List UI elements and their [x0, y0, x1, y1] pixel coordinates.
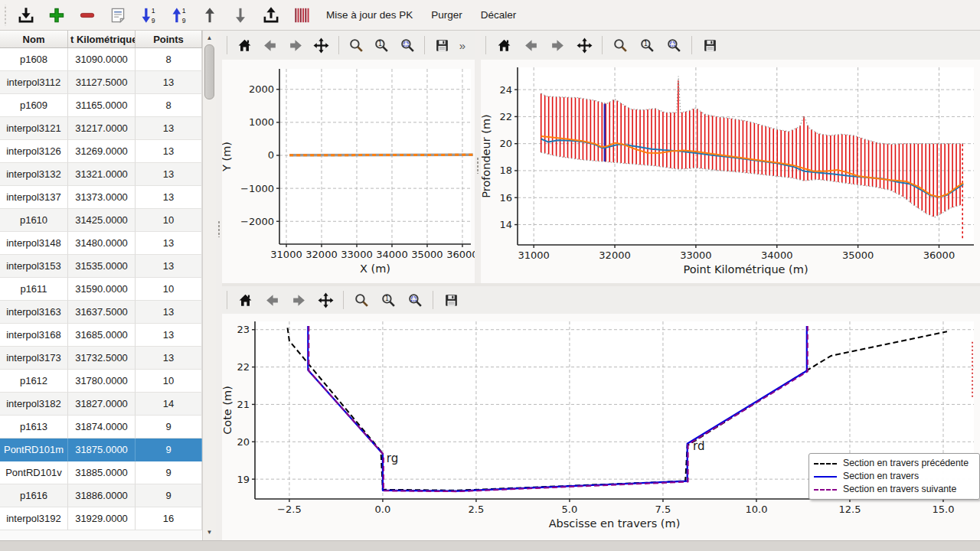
scroll-up-arrow-icon[interactable]: ▲: [203, 32, 216, 43]
home-button[interactable]: [236, 290, 254, 310]
row-points: 8: [136, 94, 202, 117]
pan-button[interactable]: [316, 290, 335, 310]
edit-note-button[interactable]: [104, 2, 132, 28]
table-row[interactable]: p161631886.00009: [0, 484, 202, 507]
home-button[interactable]: [495, 35, 513, 55]
row-name: interpol3153: [0, 255, 68, 278]
row-pk: 31590.0000: [68, 278, 136, 301]
zoom-rect-icon: [407, 292, 423, 308]
column-header-points[interactable]: Points: [136, 31, 202, 47]
legend-label-next: Section en travers suivante: [843, 483, 956, 496]
table-scrollbar[interactable]: ▲ ▼: [202, 31, 216, 540]
row-name: p1608: [0, 48, 68, 71]
section-canvas[interactable]: −2.50.02.55.07.510.012.515.01920212223Ab…: [222, 314, 980, 540]
toolbar-overflow-chevron[interactable]: »: [459, 39, 470, 52]
table-row[interactable]: interpol319231929.000016: [0, 507, 202, 530]
shift-button[interactable]: Décaler: [473, 2, 524, 28]
table-row[interactable]: interpol312631269.000013: [0, 140, 202, 163]
zoom-original-button[interactable]: 1: [379, 290, 397, 310]
forward-button[interactable]: [287, 35, 304, 55]
zoom-button[interactable]: [348, 35, 364, 55]
svg-text:32000: 32000: [305, 249, 337, 260]
table-row[interactable]: PontRD101v31885.00009: [0, 461, 202, 484]
table-row[interactable]: p160831090.00008: [0, 48, 202, 71]
scroll-down-arrow-icon[interactable]: ▼: [203, 527, 216, 537]
back-button[interactable]: [261, 35, 278, 55]
back-button[interactable]: [263, 290, 281, 310]
table-row[interactable]: interpol318231827.000014: [0, 393, 202, 416]
pane-splitter[interactable]: [216, 31, 222, 540]
save-button[interactable]: [442, 290, 460, 310]
toolbar-grip[interactable]: [3, 5, 8, 26]
legend-swatch-next: [814, 489, 837, 491]
status-bar: [0, 540, 980, 551]
table-row[interactable]: interpol316331637.500013: [0, 301, 202, 324]
table-row[interactable]: interpol312131217.000013: [0, 117, 202, 140]
table-row[interactable]: p161131590.000010: [0, 278, 202, 301]
row-pk: 31827.0000: [68, 393, 136, 416]
row-pk: 31780.0000: [68, 370, 136, 393]
forward-arrow-icon: [288, 37, 304, 54]
table-row[interactable]: interpol317331732.500013: [0, 347, 202, 370]
zoom-icon: [348, 37, 364, 54]
row-name: interpol3132: [0, 163, 68, 186]
plan-canvas[interactable]: 310003200033000340003500036000−2000−1000…: [222, 60, 475, 283]
sort-descending-button[interactable]: 1 9: [135, 2, 162, 28]
sections-icon: [292, 5, 312, 25]
table-row[interactable]: interpol314831480.000013: [0, 232, 202, 255]
home-button[interactable]: [236, 35, 253, 55]
table-row[interactable]: p161031425.000010: [0, 209, 202, 232]
zoom-rect-button[interactable]: [406, 290, 424, 310]
svg-text:Y (m): Y (m): [222, 142, 233, 172]
pan-button[interactable]: [312, 35, 329, 55]
table-row[interactable]: interpol316831685.000013: [0, 324, 202, 347]
pan-button[interactable]: [575, 35, 593, 55]
back-button[interactable]: [521, 35, 540, 55]
table-row[interactable]: p160931165.00008: [0, 94, 202, 117]
zoom-button[interactable]: [611, 35, 629, 55]
zoom-button[interactable]: [352, 290, 371, 310]
export-button[interactable]: [257, 2, 285, 28]
move-up-button[interactable]: [196, 2, 224, 28]
export-icon: [261, 5, 281, 25]
separator: [338, 36, 339, 54]
column-header-nom[interactable]: Nom: [0, 31, 68, 47]
zoom-original-button[interactable]: 1: [373, 35, 390, 55]
table-row[interactable]: PontRD101m31875.00009: [0, 439, 202, 461]
table-row[interactable]: interpol311231127.500013: [0, 71, 202, 94]
column-header-pk[interactable]: t Kilométrique: [68, 31, 136, 47]
table-row[interactable]: p161231780.000010: [0, 370, 202, 393]
row-name: p1613: [0, 416, 68, 439]
svg-text:X (m): X (m): [360, 262, 390, 275]
zoom-rect-button[interactable]: [665, 35, 683, 55]
svg-text:0.0: 0.0: [375, 504, 391, 515]
forward-button[interactable]: [548, 35, 567, 55]
row-name: interpol3137: [0, 186, 68, 209]
purge-button[interactable]: Purger: [423, 2, 470, 28]
edit-note-icon: [108, 5, 128, 25]
add-button[interactable]: [43, 2, 70, 28]
row-points: 9: [136, 461, 202, 484]
scrollbar-thumb[interactable]: [204, 44, 214, 99]
plots-splitter[interactable]: [475, 31, 481, 283]
remove-button[interactable]: [74, 2, 101, 28]
profile-canvas[interactable]: 3100032000330003400035000360001416182022…: [481, 60, 980, 283]
move-down-button[interactable]: [227, 2, 254, 28]
zoom-original-button[interactable]: 1: [638, 35, 656, 55]
table-row[interactable]: p161331874.00009: [0, 416, 202, 439]
update-pk-button[interactable]: Mise à jour des PK: [318, 2, 420, 28]
svg-text:rg: rg: [387, 452, 398, 465]
forward-button[interactable]: [289, 290, 308, 310]
table-row[interactable]: interpol313231321.000013: [0, 163, 202, 186]
table-row[interactable]: interpol313731373.000013: [0, 186, 202, 209]
svg-text:35000: 35000: [411, 249, 443, 260]
table-row[interactable]: interpol315331535.000013: [0, 255, 202, 278]
svg-text:1: 1: [378, 40, 382, 47]
zoom-rect-button[interactable]: [399, 35, 416, 55]
save-button[interactable]: [701, 35, 719, 55]
row-name: p1609: [0, 94, 68, 117]
import-button[interactable]: [12, 2, 40, 28]
sort-ascending-button[interactable]: 1 9: [165, 2, 193, 28]
save-button[interactable]: [433, 35, 450, 55]
sections-button[interactable]: [288, 2, 315, 28]
